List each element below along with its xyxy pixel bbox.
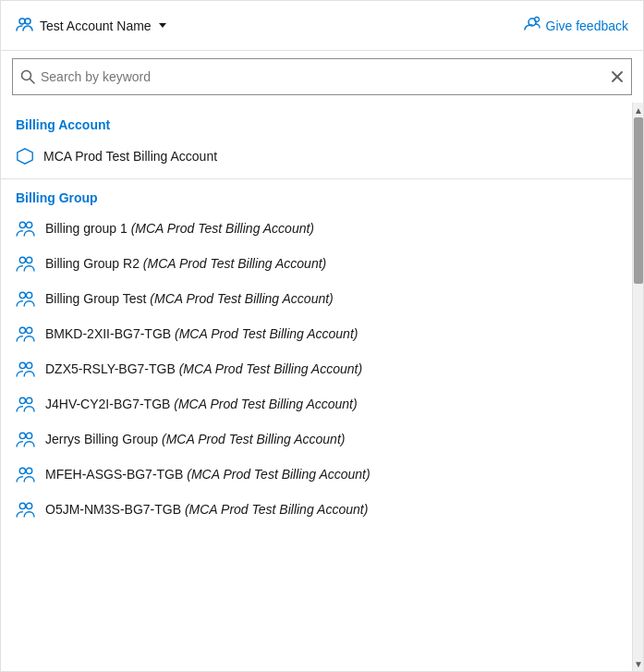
content-area: Billing Account MCA Prod Test Billing Ac…: [1, 103, 643, 671]
list-item-label: O5JM-NM3S-BG7-TGB (MCA Prod Test Billing…: [45, 502, 368, 517]
list-item[interactable]: Billing group 1 (MCA Prod Test Billing A…: [1, 211, 632, 246]
billing-group-icon: [16, 255, 36, 272]
search-input[interactable]: [41, 69, 611, 84]
billing-group-icon: [16, 290, 36, 307]
svg-point-11: [19, 257, 25, 263]
scrollbar-track[interactable]: ▲ ▼: [632, 103, 643, 671]
list-item[interactable]: BMKD-2XII-BG7-TGB (MCA Prod Test Billing…: [1, 316, 632, 351]
svg-point-14: [26, 292, 31, 298]
billing-group-icon: [16, 396, 36, 412]
list-item[interactable]: MFEH-ASGS-BG7-TGB (MCA Prod Test Billing…: [1, 457, 632, 492]
list-item-label: BMKD-2XII-BG7-TGB (MCA Prod Test Billing…: [45, 326, 358, 341]
section-title-billing-group: Billing Group: [1, 183, 632, 211]
billing-group-icon: [16, 466, 36, 483]
scroll-down-arrow[interactable]: ▼: [633, 656, 643, 671]
svg-point-19: [19, 397, 25, 403]
list-area: Billing Account MCA Prod Test Billing Ac…: [1, 103, 632, 671]
search-icon: [20, 69, 35, 84]
account-selector[interactable]: Test Account Name: [16, 15, 166, 36]
list-item-label: J4HV-CY2I-BG7-TGB (MCA Prod Test Billing…: [45, 397, 358, 411]
svg-point-22: [26, 433, 31, 438]
svg-point-17: [19, 362, 25, 368]
list-item[interactable]: Billing Group Test (MCA Prod Test Billin…: [1, 281, 632, 316]
list-item-label: MFEH-ASGS-BG7-TGB (MCA Prod Test Billing…: [45, 467, 371, 482]
feedback-icon: [524, 16, 541, 35]
list-item-label: Billing Group R2 (MCA Prod Test Billing …: [45, 256, 326, 271]
search-bar: [12, 58, 632, 95]
list-item[interactable]: Billing Group R2 (MCA Prod Test Billing …: [1, 246, 632, 281]
svg-point-1: [25, 18, 30, 24]
list-item-label: Jerrys Billing Group (MCA Prod Test Bill…: [45, 432, 345, 446]
svg-point-16: [26, 327, 31, 333]
svg-point-13: [19, 292, 25, 298]
billing-group-icon: [16, 431, 36, 447]
chevron-down-icon: [159, 23, 166, 28]
svg-point-21: [19, 433, 25, 438]
list-item-label: DZX5-RSLY-BG7-TGB (MCA Prod Test Billing…: [45, 361, 362, 376]
list-item-label: MCA Prod Test Billing Account: [43, 149, 217, 164]
svg-point-9: [19, 222, 25, 227]
list-item[interactable]: J4HV-CY2I-BG7-TGB (MCA Prod Test Billing…: [1, 386, 632, 422]
svg-point-12: [26, 257, 31, 263]
account-name-label: Test Account Name: [40, 18, 152, 33]
billing-group-icon: [16, 220, 36, 237]
billing-group-icon: [16, 501, 36, 518]
account-icon: [16, 15, 34, 36]
section-title-billing-account: Billing Account: [1, 110, 632, 138]
svg-point-10: [26, 222, 31, 227]
header: Test Account Name Give feedback: [1, 1, 643, 51]
feedback-label: Give feedback: [546, 18, 629, 33]
scrollbar-thumb[interactable]: [634, 117, 643, 284]
list-item-label: Billing group 1 (MCA Prod Test Billing A…: [45, 221, 314, 236]
list-item-label: Billing Group Test (MCA Prod Test Billin…: [45, 291, 334, 306]
billing-group-icon: [16, 325, 36, 342]
svg-point-25: [19, 503, 25, 508]
svg-point-26: [26, 503, 31, 508]
svg-point-0: [19, 18, 25, 24]
svg-marker-8: [18, 149, 32, 164]
list-item[interactable]: MCA Prod Test Billing Account: [1, 138, 632, 175]
svg-point-15: [19, 327, 25, 333]
clear-icon[interactable]: [611, 70, 624, 83]
billing-group-icon: [16, 360, 36, 377]
list-item[interactable]: O5JM-NM3S-BG7-TGB (MCA Prod Test Billing…: [1, 492, 632, 527]
svg-point-23: [19, 468, 25, 473]
billing-account-icon: [16, 147, 34, 165]
svg-point-20: [26, 397, 31, 403]
list-item[interactable]: Jerrys Billing Group (MCA Prod Test Bill…: [1, 422, 632, 457]
svg-point-18: [26, 362, 31, 368]
scroll-up-arrow[interactable]: ▲: [633, 103, 643, 117]
svg-point-24: [26, 468, 31, 473]
svg-line-5: [30, 79, 35, 84]
feedback-button[interactable]: Give feedback: [524, 16, 629, 35]
list-item[interactable]: DZX5-RSLY-BG7-TGB (MCA Prod Test Billing…: [1, 351, 632, 386]
section-divider: [1, 178, 632, 179]
